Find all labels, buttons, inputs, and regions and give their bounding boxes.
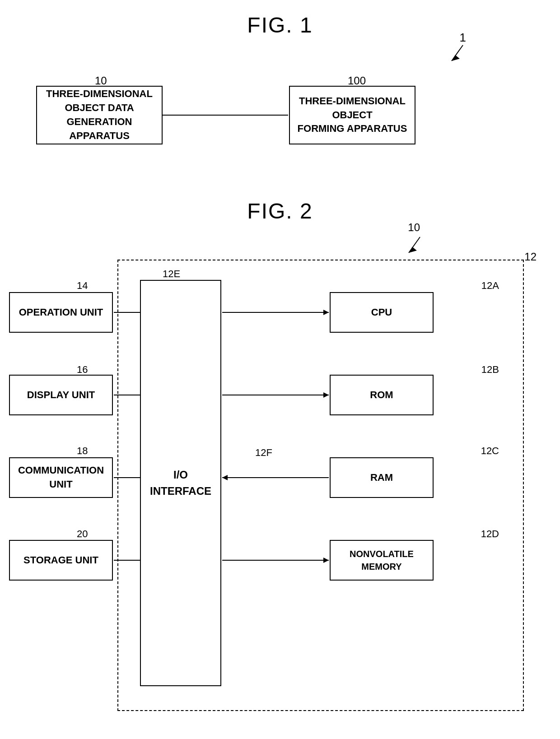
box-3d-data-generation-label: THREE-DIMENSIONALOBJECT DATAGENERATION A…: [37, 87, 162, 143]
page: FIG. 1 1 10 THREE-DIMENSIONALOBJECT DATA…: [0, 0, 560, 739]
io-interface-box: I/OINTERFACE: [140, 280, 221, 686]
ref-12e: 12E: [163, 268, 180, 280]
operation-unit-box: OPERATION UNIT: [9, 292, 113, 333]
svg-line-13: [452, 45, 463, 61]
svg-line-15: [409, 237, 420, 253]
ref-20: 20: [77, 528, 88, 540]
ref-18: 18: [77, 445, 88, 457]
ref-12a: 12A: [481, 280, 499, 292]
nvmem-box: NONVOLATILEMEMORY: [330, 540, 434, 581]
nvmem-label: NONVOLATILEMEMORY: [350, 548, 414, 573]
rom-label: ROM: [370, 388, 393, 402]
box-3d-forming-label: THREE-DIMENSIONALOBJECTFORMING APPARATUS: [298, 94, 407, 136]
ref-12f: 12F: [255, 447, 272, 459]
display-unit-label: DISPLAY UNIT: [27, 388, 95, 402]
ram-box: RAM: [330, 457, 434, 498]
ram-label: RAM: [370, 471, 393, 485]
ref-12d: 12D: [481, 528, 499, 540]
communication-unit-label: COMMUNICATION UNIT: [10, 464, 112, 492]
ref-12b: 12B: [481, 364, 499, 376]
box-3d-forming: THREE-DIMENSIONALOBJECTFORMING APPARATUS: [289, 86, 415, 144]
ref-10-fig2: 10: [408, 221, 420, 234]
io-interface-label: I/OINTERFACE: [150, 467, 211, 499]
svg-marker-16: [409, 247, 417, 253]
ref-14: 14: [77, 280, 88, 292]
operation-unit-label: OPERATION UNIT: [19, 306, 103, 320]
cpu-box: CPU: [330, 292, 434, 333]
storage-unit-box: STORAGE UNIT: [9, 540, 113, 581]
ref-100: 100: [348, 74, 366, 87]
ref-16: 16: [77, 364, 88, 376]
communication-unit-box: COMMUNICATION UNIT: [9, 457, 113, 498]
ref-12: 12: [524, 251, 537, 263]
fig2-title: FIG. 2: [0, 199, 560, 223]
ref-10: 10: [95, 74, 107, 87]
storage-unit-label: STORAGE UNIT: [23, 553, 98, 567]
box-3d-data-generation: THREE-DIMENSIONALOBJECT DATAGENERATION A…: [36, 86, 163, 144]
cpu-label: CPU: [371, 306, 392, 320]
rom-box: ROM: [330, 375, 434, 415]
svg-marker-14: [452, 55, 460, 61]
display-unit-box: DISPLAY UNIT: [9, 375, 113, 415]
ref-1: 1: [460, 31, 466, 45]
fig1-title: FIG. 1: [0, 13, 560, 37]
ref-12c: 12C: [481, 445, 499, 457]
